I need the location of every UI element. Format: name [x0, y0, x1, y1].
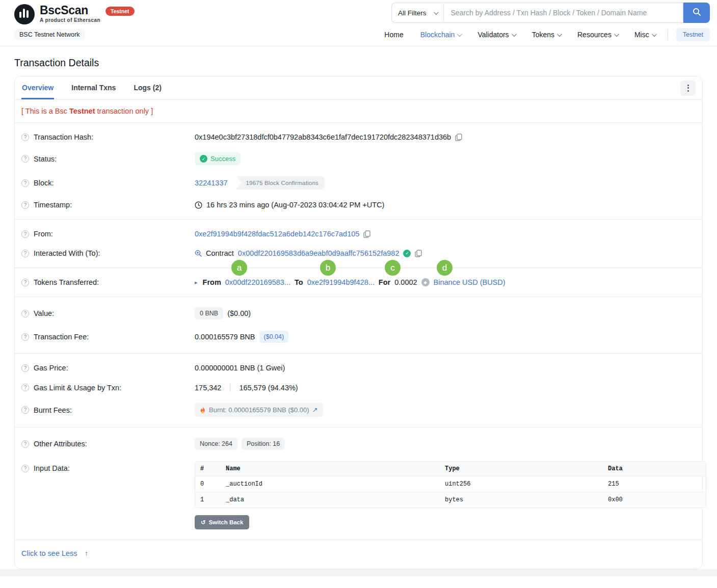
help-icon[interactable]: ? — [21, 406, 29, 414]
help-icon[interactable]: ? — [21, 201, 29, 209]
card-footer: Click to see Less ↑ — [15, 540, 702, 569]
help-icon[interactable]: ? — [21, 155, 29, 163]
timestamp-value: 16 hrs 23 mins ago (Aug-07-2023 03:04:42… — [206, 201, 384, 209]
search-button[interactable] — [683, 3, 710, 23]
tab-internal-txns[interactable]: Internal Txns — [71, 76, 116, 99]
chevron-down-icon — [652, 32, 657, 37]
annotation-marker-a[interactable]: a — [231, 260, 247, 276]
block-number-link[interactable]: 32241337 — [195, 179, 228, 187]
nav-misc[interactable]: Misc — [634, 31, 655, 39]
nav-resources[interactable]: Resources — [577, 31, 618, 39]
row-interacted-with: ?Interacted With (To): Contract 0x00df22… — [15, 244, 702, 263]
search-bar: All Filters — [391, 3, 710, 23]
gas-price-value: 0.000000001 BNB (1 Gwei) — [195, 364, 285, 372]
arrow-up-icon: ↑ — [85, 549, 88, 557]
help-icon[interactable]: ? — [21, 333, 29, 341]
annotation-marker-b[interactable]: b — [320, 260, 336, 276]
nav-validators[interactable]: Validators — [477, 31, 515, 39]
search-filter-dropdown[interactable]: All Filters — [391, 3, 443, 23]
brand[interactable]: BscScan A product of Etherscan Testnet — [14, 4, 135, 24]
expand-triangle-icon[interactable]: ▸ — [195, 279, 198, 286]
site-header: BscScan A product of Etherscan Testnet B… — [0, 0, 717, 46]
group-gas: ?Gas Price: 0.000000001 BNB (1 Gwei) ?Ga… — [15, 354, 702, 427]
flame-icon — [200, 407, 206, 414]
row-label: Transaction Hash: — [34, 133, 93, 141]
help-icon[interactable]: ? — [21, 279, 29, 286]
tab-overview[interactable]: Overview — [21, 76, 54, 99]
search-filter-label: All Filters — [398, 9, 427, 17]
copy-icon[interactable] — [415, 250, 422, 257]
separator — [230, 383, 230, 392]
help-icon[interactable]: ? — [21, 310, 29, 317]
transaction-hash-value: 0x194e0c3bf27318dfcf0b47792ab8343c6e1faf… — [195, 133, 451, 141]
nav-testnet-button[interactable]: Testnet — [676, 28, 710, 41]
gas-limit-value: 175,342 — [195, 384, 221, 392]
token-to-address[interactable]: 0xe2f91994b9f428... — [307, 278, 375, 286]
from-address-link[interactable]: 0xe2f91994b9f428fdac512a6deb142c176c7ad1… — [195, 230, 359, 238]
block-confirmations-badge: 19675 Block Confirmations — [236, 176, 325, 190]
help-icon[interactable]: ? — [21, 250, 29, 257]
see-less-link[interactable]: Click to see Less ↑ — [21, 549, 88, 557]
check-icon: ✓ — [200, 155, 207, 163]
help-icon[interactable]: ? — [21, 230, 29, 238]
chevron-down-icon — [512, 32, 517, 37]
table-row: 1 _data bytes 0x00 — [195, 492, 706, 507]
help-icon[interactable]: ? — [21, 384, 29, 391]
more-options-button[interactable] — [680, 81, 696, 96]
position-badge: Position: 16 — [242, 438, 285, 450]
token-to-label: To — [295, 278, 303, 286]
row-value: ?Value: 0 BNB ($0.00) — [15, 302, 702, 325]
verified-check-icon: ✓ — [403, 250, 411, 257]
kebab-icon — [687, 85, 689, 86]
search-input[interactable] — [443, 3, 683, 23]
network-badge: BSC Testnet Network — [14, 29, 85, 40]
bscscan-logo-icon — [14, 4, 35, 24]
help-icon[interactable]: ? — [21, 179, 29, 187]
contract-address-link[interactable]: 0x00df220169583d6a9eabf0d9aaffc756152fa9… — [238, 249, 400, 257]
help-icon[interactable]: ? — [21, 465, 29, 472]
table-row: 0 _auctionId uint256 215 — [195, 476, 706, 492]
value-badge: 0 BNB — [195, 307, 223, 319]
help-icon[interactable]: ? — [21, 364, 29, 372]
tab-logs[interactable]: Logs (2) — [133, 76, 162, 99]
row-label: Other Attributes: — [34, 440, 87, 448]
page-title: Transaction Details — [14, 57, 717, 69]
magnifier-plus-icon[interactable] — [195, 250, 202, 257]
external-link-icon[interactable]: ↗ — [312, 406, 318, 414]
row-burnt-fees: ?Burnt Fees: Burnt: 0.0000165579 BNB ($0… — [15, 397, 702, 422]
token-name-link[interactable]: Binance USD (BUSD) — [434, 278, 506, 286]
nav-home[interactable]: Home — [384, 31, 403, 39]
help-icon[interactable]: ? — [21, 440, 29, 448]
copy-icon[interactable] — [455, 133, 462, 141]
copy-icon[interactable] — [363, 230, 370, 238]
nav-tokens[interactable]: Tokens — [532, 31, 561, 39]
row-tokens-transferred: ?Tokens Transferred: ▸ From 0x00df220169… — [15, 273, 702, 292]
brand-name: BscScan — [40, 4, 100, 17]
chevron-down-icon — [457, 32, 462, 37]
row-gas-limit: ?Gas Limit & Usage by Txn: 175,342 165,5… — [15, 378, 702, 397]
row-label: Gas Limit & Usage by Txn: — [34, 384, 121, 392]
contract-prefix: Contract — [206, 249, 234, 257]
token-from-address[interactable]: 0x00df220169583... — [225, 278, 290, 286]
chevron-down-icon — [614, 32, 619, 37]
row-label: From: — [34, 230, 53, 238]
help-icon[interactable]: ? — [21, 133, 29, 141]
row-label: Gas Price: — [34, 364, 68, 372]
chevron-down-icon — [433, 10, 438, 15]
row-label: Tokens Transferred: — [34, 278, 99, 286]
clock-icon — [195, 201, 202, 209]
nav-blockchain[interactable]: Blockchain — [420, 31, 461, 39]
row-label: Transaction Fee: — [34, 333, 89, 341]
switch-back-button[interactable]: ↺ Switch Back — [195, 515, 249, 529]
nav-divider — [668, 29, 668, 40]
annotation-marker-d[interactable]: d — [437, 260, 453, 276]
row-label: Interacted With (To): — [34, 249, 100, 257]
col-header-type: Type — [440, 462, 603, 476]
annotation-marker-c[interactable]: c — [385, 260, 401, 276]
tab-bar: Overview Internal Txns Logs (2) — [15, 76, 702, 100]
col-header-index: # — [195, 462, 221, 476]
transaction-card: Overview Internal Txns Logs (2) [ This i… — [14, 76, 703, 569]
col-header-name: Name — [221, 462, 440, 476]
main-nav: Home Blockchain Validators Tokens Resour… — [384, 28, 710, 41]
row-label: Input Data: — [34, 464, 70, 472]
